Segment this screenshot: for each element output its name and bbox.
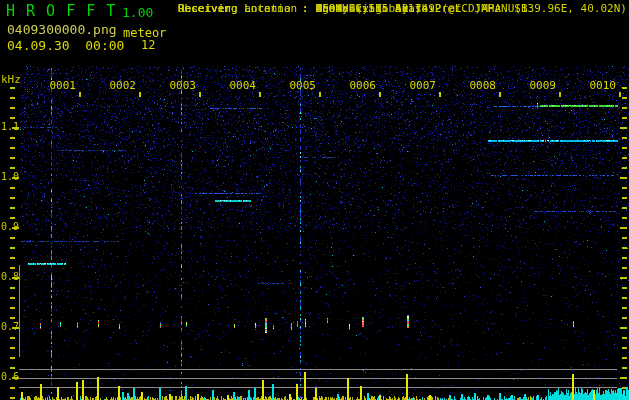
app-version: 1.00 <box>122 6 153 19</box>
spectrogram-canvas <box>0 0 629 400</box>
observation-datetime: 04.09.30 00:00 <box>7 39 124 52</box>
info-separator: : <box>302 3 309 14</box>
time-tick-label: 0008 <box>468 80 496 91</box>
info-label: Receiving antenna <box>178 3 302 14</box>
freq-tick-label: 1.0 <box>1 172 19 182</box>
freq-tick-label: 0.9 <box>1 222 19 232</box>
time-tick-label: 0005 <box>288 80 316 91</box>
time-tick-label: 0001 <box>48 80 76 91</box>
hrofft-window: H R O F F T 1.00 0409300000.png meteor 0… <box>0 0 629 400</box>
info-row-antenna: Receiving antenna:A504HB(yagi 4el) <box>178 3 422 16</box>
info-value: A504HB(yagi 4el) <box>309 3 422 14</box>
freq-tick-label: 0.7 <box>1 322 19 332</box>
freq-tick-label: 1.1 <box>1 122 19 132</box>
freq-axis-unit: kHz <box>1 74 21 85</box>
app-title: H R O F F T <box>6 4 116 19</box>
time-tick-label: 0006 <box>348 80 376 91</box>
time-tick-label: 0009 <box>528 80 556 91</box>
time-tick-label: 0010 <box>588 80 616 91</box>
time-tick-label: 0004 <box>228 80 256 91</box>
freq-tick-label: 0.6 <box>1 372 19 382</box>
time-tick-label: 0003 <box>168 80 196 91</box>
freq-tick-label: 0.8 <box>1 272 19 282</box>
output-filename: 0409300000.png <box>7 23 117 36</box>
time-tick-label: 0002 <box>108 80 136 91</box>
time-tick-label: 0007 <box>408 80 436 91</box>
meteor-count: 12 <box>141 39 155 51</box>
